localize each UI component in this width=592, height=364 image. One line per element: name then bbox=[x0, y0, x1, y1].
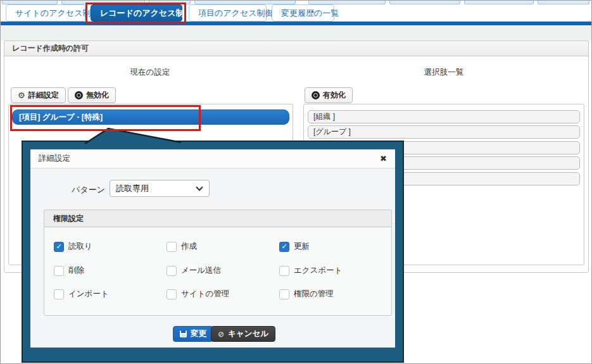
checkbox-import[interactable]: ✓ インポート bbox=[54, 289, 109, 299]
checkbox-label: 読取り bbox=[68, 241, 92, 252]
checkbox-box[interactable]: ✓ bbox=[54, 242, 64, 252]
power-icon bbox=[312, 91, 320, 99]
checkbox-delete[interactable]: ✓ 削除 bbox=[54, 265, 84, 276]
choice-item[interactable]: [グループ ] bbox=[308, 125, 580, 139]
enable-label: 有効化 bbox=[323, 90, 346, 101]
checkbox-label: エクスポート bbox=[294, 265, 342, 276]
current-settings-header: 現在の設定 bbox=[55, 67, 245, 78]
checkbox-mail-send[interactable]: ✓ メール送信 bbox=[167, 265, 221, 276]
checkbox-read[interactable]: ✓ 読取り bbox=[54, 241, 92, 252]
checkbox-box[interactable]: ✓ bbox=[279, 266, 289, 276]
content-background-strip bbox=[1, 25, 592, 41]
modal-title: 詳細設定 bbox=[39, 153, 70, 164]
power-icon bbox=[75, 91, 83, 99]
checkbox-box[interactable]: ✓ bbox=[54, 266, 64, 276]
pattern-label: パターン bbox=[42, 184, 105, 196]
checkbox-label: サイトの管理 bbox=[181, 289, 229, 299]
checkbox-box[interactable]: ✓ bbox=[167, 266, 177, 276]
cropped-tab bbox=[538, 1, 589, 4]
disable-label: 無効化 bbox=[86, 90, 109, 101]
tab-record-access-control[interactable]: レコードのアクセス制御 bbox=[91, 4, 182, 22]
change-label: 変更 bbox=[191, 329, 206, 339]
panel-title: レコード作成時の許可 bbox=[4, 41, 589, 56]
modal-callout-pointer bbox=[80, 126, 187, 145]
cancel-icon: ⊘ bbox=[218, 330, 224, 338]
cropped-tab bbox=[389, 1, 460, 4]
cancel-button[interactable]: ⊘ キャンセル bbox=[211, 326, 275, 342]
pattern-select[interactable]: 読取専用 bbox=[110, 180, 210, 197]
checkbox-box[interactable]: ✓ bbox=[279, 242, 289, 252]
tab-item-access-control[interactable]: 項目のアクセス制御 bbox=[189, 4, 267, 22]
detail-settings-label: 詳細設定 bbox=[28, 90, 59, 101]
checkbox-box[interactable]: ✓ bbox=[279, 289, 289, 299]
checkbox-label: 削除 bbox=[68, 265, 84, 276]
check-icon: ✓ bbox=[281, 243, 287, 250]
modal-titlebar: 詳細設定 ✖ bbox=[30, 149, 395, 168]
chevron-down-icon bbox=[196, 184, 203, 191]
tab-change-history[interactable]: 変更履歴の一覧 bbox=[272, 4, 334, 22]
checkbox-export[interactable]: ✓ エクスポート bbox=[279, 265, 342, 276]
checkbox-label: インポート bbox=[68, 289, 109, 299]
checkbox-label: メール送信 bbox=[181, 265, 221, 276]
checkbox-label: 作成 bbox=[181, 241, 197, 252]
application-window: サイトのアクセス制御 レコードのアクセス制御 項目のアクセス制御 変更履歴の一覧… bbox=[0, 0, 592, 364]
change-button[interactable]: 変更 bbox=[173, 326, 213, 342]
cancel-label: キャンセル bbox=[228, 329, 268, 339]
choices-list-header: 選択肢一覧 bbox=[349, 67, 539, 78]
disable-button[interactable]: 無効化 bbox=[68, 87, 116, 103]
gear-icon: ⚙ bbox=[18, 91, 25, 99]
save-icon bbox=[180, 330, 187, 337]
enable-button[interactable]: 有効化 bbox=[305, 87, 353, 103]
checkbox-site-management[interactable]: ✓ サイトの管理 bbox=[167, 289, 229, 299]
tab-site-access-control[interactable]: サイトのアクセス制御 bbox=[6, 4, 85, 22]
checkbox-box[interactable]: ✓ bbox=[54, 289, 64, 299]
close-icon[interactable]: ✖ bbox=[380, 154, 387, 163]
checkbox-update[interactable]: ✓ 更新 bbox=[279, 241, 310, 252]
checkbox-create[interactable]: ✓ 作成 bbox=[167, 241, 197, 252]
checkbox-label: 権限の管理 bbox=[294, 289, 334, 299]
check-icon: ✓ bbox=[56, 243, 61, 250]
checkbox-box[interactable]: ✓ bbox=[167, 289, 177, 299]
detail-settings-button[interactable]: ⚙ 詳細設定 bbox=[11, 87, 66, 103]
selected-setting-item[interactable]: [項目] グループ - [特殊] bbox=[12, 110, 289, 125]
checkbox-label: 更新 bbox=[294, 241, 310, 252]
checkbox-box[interactable]: ✓ bbox=[167, 242, 177, 252]
pattern-select-value: 読取専用 bbox=[116, 184, 149, 193]
choice-item[interactable]: [組織 ] bbox=[308, 110, 580, 123]
cropped-tab bbox=[464, 1, 534, 4]
permissions-header: 権限設定 bbox=[44, 210, 392, 227]
checkbox-permission-management[interactable]: ✓ 権限の管理 bbox=[279, 289, 334, 299]
